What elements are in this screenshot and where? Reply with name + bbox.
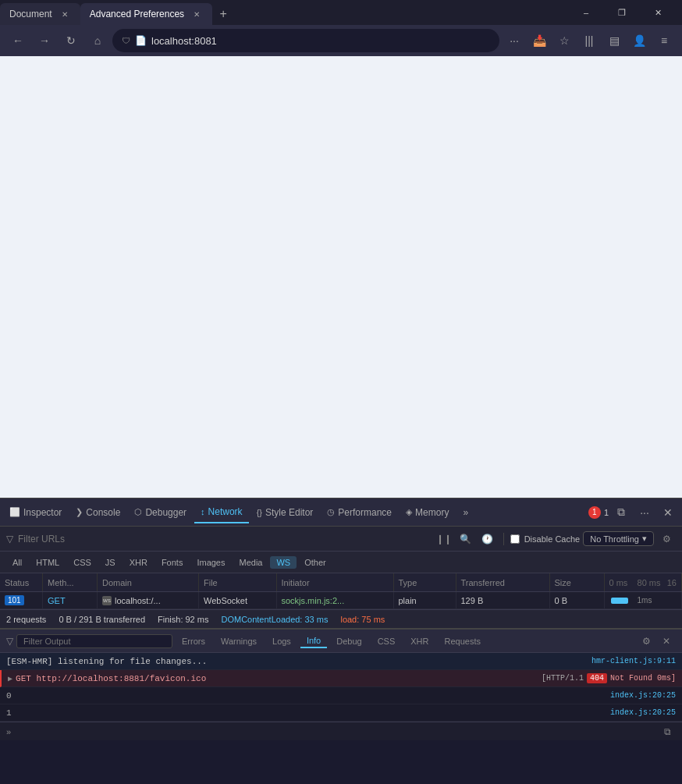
library-button[interactable]: ||| xyxy=(577,29,601,52)
filter-divider xyxy=(503,533,504,545)
new-tab-button[interactable]: + xyxy=(212,3,234,25)
bookmark-button[interactable]: ☆ xyxy=(552,29,576,52)
pocket-button[interactable]: 📥 xyxy=(527,29,551,52)
devtools-dock-button[interactable]: ⧉ xyxy=(610,502,632,523)
account-button[interactable]: 👤 xyxy=(627,29,651,52)
console-tab-warnings[interactable]: Warnings xyxy=(215,635,263,647)
pause-recording-button[interactable]: ❙❙ xyxy=(435,530,453,548)
network-settings-button[interactable]: ⚙ xyxy=(657,530,676,548)
sidebar-button[interactable]: ▤ xyxy=(602,29,626,52)
console-tab-css[interactable]: CSS xyxy=(371,635,402,647)
table-row[interactable]: 101 GET ws localhost:/... WebSocket sock… xyxy=(0,592,682,609)
devtools-more-button[interactable]: ··· xyxy=(634,502,655,523)
back-button[interactable]: ← xyxy=(6,29,30,52)
tab-document[interactable]: Document ✕ xyxy=(0,3,80,25)
restore-button[interactable]: ❐ xyxy=(604,0,640,25)
console-entry-1[interactable]: 1 index.js:20:25 xyxy=(0,704,682,722)
console-tab-requests[interactable]: Requests xyxy=(439,635,487,647)
disable-cache-label[interactable]: Disable Cache xyxy=(510,534,581,544)
reload-button[interactable]: ↻ xyxy=(59,29,83,52)
col-header-timeline[interactable]: 0 ms 80 ms 16 xyxy=(605,573,683,591)
menu-button[interactable]: ≡ xyxy=(652,29,676,52)
type-filter-images[interactable]: Images xyxy=(190,556,231,569)
tab-console[interactable]: ❯ Console xyxy=(69,502,126,523)
page-content xyxy=(0,56,682,498)
tab-style-editor[interactable]: {} Style Editor xyxy=(250,502,320,523)
throttle-label: No Throttling xyxy=(590,534,639,544)
console-toolbar: ▽ Errors Warnings Logs Info Debug CSS XH… xyxy=(0,628,682,653)
console-source-0[interactable]: index.js:20:25 xyxy=(610,691,676,700)
window-controls: – ❐ ✕ xyxy=(568,0,682,25)
tab-debugger[interactable]: ⬡ Debugger xyxy=(128,502,193,523)
network-filter-input[interactable] xyxy=(18,534,430,545)
bottom-dock-button[interactable]: ⧉ xyxy=(659,723,676,740)
console-entry-favicon[interactable]: ▶ GET http://localhost:8881/favicon.ico … xyxy=(0,670,682,687)
console-close-button[interactable]: ✕ xyxy=(657,632,676,651)
devtools-close-button[interactable]: ✕ xyxy=(657,502,679,523)
type-filter-media[interactable]: Media xyxy=(233,556,268,569)
search-button[interactable]: 🔍 xyxy=(456,530,475,548)
type-filter-xhr[interactable]: XHR xyxy=(123,556,154,569)
disable-cache-checkbox[interactable] xyxy=(510,534,520,544)
type-filter-css[interactable]: CSS xyxy=(67,556,98,569)
console-tab-errors[interactable]: Errors xyxy=(176,635,211,647)
clear-button[interactable]: 🕐 xyxy=(478,530,497,548)
summary-dom-loaded-val: DOMContentLoaded: 33 ms xyxy=(221,615,328,624)
more-tools-button[interactable]: » xyxy=(456,502,474,523)
col-header-file[interactable]: File xyxy=(199,573,277,591)
debugger-icon: ⬡ xyxy=(134,507,142,517)
tab-document-close[interactable]: ✕ xyxy=(59,8,71,20)
col-header-domain[interactable]: Domain xyxy=(98,573,199,591)
tab-style-editor-label: Style Editor xyxy=(265,507,313,518)
console-tab-info[interactable]: Info xyxy=(300,634,327,648)
more-button[interactable]: ··· xyxy=(503,29,526,52)
console-tab-debug[interactable]: Debug xyxy=(330,635,368,647)
tab-performance-label: Performance xyxy=(338,507,392,518)
type-filter-fonts[interactable]: Fonts xyxy=(155,556,190,569)
close-button[interactable]: ✕ xyxy=(640,0,676,25)
tab-memory[interactable]: ◈ Memory xyxy=(400,502,455,523)
summary-transferred: 0 B / 291 B transferred xyxy=(59,615,145,624)
minimize-button[interactable]: – xyxy=(568,0,604,25)
console-entry-0[interactable]: 0 index.js:20:25 xyxy=(0,687,682,704)
network-icon: ↕ xyxy=(201,507,205,516)
console-entry-hmr[interactable]: [ESM-HMR] listening for file changes... … xyxy=(0,653,682,670)
console-source-1[interactable]: index.js:20:25 xyxy=(610,708,676,717)
inspector-icon: ⬜ xyxy=(9,507,20,517)
bottom-expand-button[interactable]: » xyxy=(6,727,11,736)
col-header-size[interactable]: Size xyxy=(550,573,605,591)
col-header-status[interactable]: Status xyxy=(0,573,43,591)
console-source-hmr[interactable]: hmr-client.js:9:11 xyxy=(591,657,676,665)
col-header-initiator[interactable]: Initiator xyxy=(277,573,394,591)
type-filter-html[interactable]: HTML xyxy=(30,556,66,569)
console-filter-icon: ▽ xyxy=(6,636,13,647)
col-header-method[interactable]: Meth... xyxy=(43,573,98,591)
console-filter-input[interactable] xyxy=(16,634,172,648)
type-filter-other[interactable]: Other xyxy=(298,556,332,569)
summary-transferred-val: 0 B / 291 B transferred xyxy=(59,615,145,624)
col-header-type[interactable]: Type xyxy=(394,573,456,591)
expand-icon[interactable]: ▶ xyxy=(8,674,12,683)
summary-load-val: load: 75 ms xyxy=(340,615,385,624)
tab-performance[interactable]: ◷ Performance xyxy=(321,502,398,523)
devtools-bottom-bar: » ⧉ xyxy=(0,722,682,740)
tab-network[interactable]: ↕ Network xyxy=(194,502,249,523)
console-settings-button[interactable]: ⚙ xyxy=(637,632,655,651)
nav-bar: ← → ↻ ⌂ 🛡 📄 ··· 📥 ☆ ||| ▤ 👤 ≡ xyxy=(0,25,682,56)
console-tab-xhr[interactable]: XHR xyxy=(404,635,435,647)
col-header-transferred[interactable]: Transferred xyxy=(456,573,550,591)
forward-button[interactable]: → xyxy=(33,29,56,52)
type-filter-ws[interactable]: WS xyxy=(270,556,297,569)
type-filter-all[interactable]: All xyxy=(6,556,28,569)
address-bar[interactable]: 🛡 📄 xyxy=(112,29,499,52)
tab-inspector[interactable]: ⬜ Inspector xyxy=(3,502,68,523)
type-filter-js[interactable]: JS xyxy=(99,556,122,569)
tab-advanced-preferences[interactable]: Advanced Preferences ✕ xyxy=(80,3,212,25)
status-badge: 101 xyxy=(5,595,24,605)
summary-requests-val: 2 requests xyxy=(6,615,46,624)
tab-advanced-preferences-close[interactable]: ✕ xyxy=(190,8,203,20)
console-tab-logs[interactable]: Logs xyxy=(266,635,297,647)
home-button[interactable]: ⌂ xyxy=(86,29,109,52)
throttle-button[interactable]: No Throttling ▾ xyxy=(583,531,654,546)
url-input[interactable] xyxy=(151,35,490,47)
